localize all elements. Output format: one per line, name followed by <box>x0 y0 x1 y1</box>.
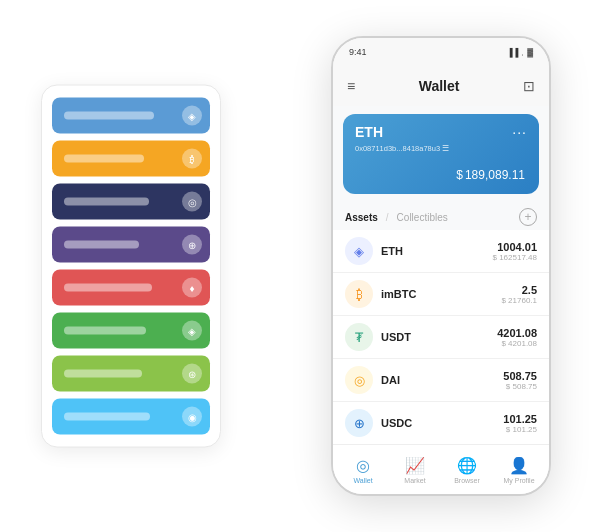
profile-nav-icon: 👤 <box>509 456 529 475</box>
market-nav-icon: 📈 <box>405 456 425 475</box>
card-stack: ◈ ₿ ◎ ⊕ ♦ ◈ ⊛ ◉ <box>41 85 221 448</box>
eth-amounts: 1004.01 $ 162517.48 <box>493 241 538 262</box>
usdt-name: USDT <box>381 331 497 343</box>
usdc-usd: $ 101.25 <box>503 425 537 434</box>
card-icon-1: ◈ <box>182 106 202 126</box>
imbtc-usd: $ 21760.1 <box>501 296 537 305</box>
assets-tabs: Assets / Collectibles <box>345 212 448 223</box>
usdt-amounts: 4201.08 $ 4201.08 <box>497 327 537 348</box>
card-icon-4: ⊕ <box>182 235 202 255</box>
eth-card-menu[interactable]: ··· <box>512 124 527 140</box>
eth-usd: $ 162517.48 <box>493 253 538 262</box>
card-line-2 <box>64 155 144 163</box>
card-line-8 <box>64 413 150 421</box>
expand-icon[interactable]: ⊡ <box>523 78 535 94</box>
nav-browser[interactable]: 🌐 Browser <box>441 456 493 484</box>
header-title: Wallet <box>419 78 460 94</box>
eth-amount: 1004.01 <box>493 241 538 253</box>
wallet-nav-icon: ◎ <box>356 456 370 475</box>
dai-usd: $ 508.75 <box>503 382 537 391</box>
asset-row-usdc[interactable]: ⊕ USDC 101.25 $ 101.25 <box>333 402 549 444</box>
usdt-amount: 4201.08 <box>497 327 537 339</box>
imbtc-amounts: 2.5 $ 21760.1 <box>501 284 537 305</box>
usdc-name: USDC <box>381 417 503 429</box>
eth-card-address: 0x08711d3b...8418a78u3 ☰ <box>355 144 527 153</box>
asset-row-imbtc[interactable]: ₿ imBTC 2.5 $ 21760.1 <box>333 273 549 316</box>
battery-icon: ▓ <box>527 48 533 57</box>
eth-name: ETH <box>381 245 493 257</box>
card-line-4 <box>64 241 139 249</box>
status-icons: ▌▌ ᷊ ▓ <box>510 47 533 57</box>
eth-card-balance: $189,089.11 <box>355 161 527 184</box>
assets-header: Assets / Collectibles + <box>333 202 549 230</box>
eth-card-header: ETH ··· <box>355 124 527 140</box>
usdc-icon: ⊕ <box>345 409 373 437</box>
usdt-usd: $ 4201.08 <box>497 339 537 348</box>
dai-amounts: 508.75 $ 508.75 <box>503 370 537 391</box>
eth-icon: ◈ <box>345 237 373 265</box>
card-item-1[interactable]: ◈ <box>52 98 210 134</box>
tab-assets[interactable]: Assets <box>345 212 378 223</box>
nav-market[interactable]: 📈 Market <box>389 456 441 484</box>
market-nav-label: Market <box>404 477 425 484</box>
card-line-6 <box>64 327 146 335</box>
balance-amount: 189,089.11 <box>465 168 525 182</box>
imbtc-icon: ₿ <box>345 280 373 308</box>
bottom-nav: ◎ Wallet 📈 Market 🌐 Browser 👤 My Profile <box>333 444 549 494</box>
menu-icon[interactable]: ≡ <box>347 78 355 94</box>
wallet-nav-label: Wallet <box>353 477 372 484</box>
card-icon-8: ◉ <box>182 407 202 427</box>
imbtc-amount: 2.5 <box>501 284 537 296</box>
card-item-4[interactable]: ⊕ <box>52 227 210 263</box>
imbtc-name: imBTC <box>381 288 501 300</box>
tab-collectibles[interactable]: Collectibles <box>397 212 448 223</box>
usdt-icon: ₮ <box>345 323 373 351</box>
profile-nav-label: My Profile <box>503 477 534 484</box>
card-item-2[interactable]: ₿ <box>52 141 210 177</box>
usdc-amount: 101.25 <box>503 413 537 425</box>
card-line-1 <box>64 112 154 120</box>
status-time: 9:41 <box>349 47 367 57</box>
usdc-amounts: 101.25 $ 101.25 <box>503 413 537 434</box>
scene: ◈ ₿ ◎ ⊕ ♦ ◈ ⊛ ◉ <box>21 16 581 516</box>
phone-header: ≡ Wallet ⊡ <box>333 66 549 106</box>
signal-icon: ▌▌ <box>510 48 521 57</box>
add-asset-button[interactable]: + <box>519 208 537 226</box>
currency-symbol: $ <box>456 168 463 182</box>
card-item-3[interactable]: ◎ <box>52 184 210 220</box>
asset-row-usdt[interactable]: ₮ USDT 4201.08 $ 4201.08 <box>333 316 549 359</box>
card-icon-5: ♦ <box>182 278 202 298</box>
asset-row-eth[interactable]: ◈ ETH 1004.01 $ 162517.48 <box>333 230 549 273</box>
asset-row-dai[interactable]: ◎ DAI 508.75 $ 508.75 <box>333 359 549 402</box>
card-icon-6: ◈ <box>182 321 202 341</box>
browser-nav-icon: 🌐 <box>457 456 477 475</box>
card-line-7 <box>64 370 142 378</box>
card-item-6[interactable]: ◈ <box>52 313 210 349</box>
assets-divider: / <box>386 212 389 223</box>
card-line-3 <box>64 198 149 206</box>
dai-icon: ◎ <box>345 366 373 394</box>
nav-wallet[interactable]: ◎ Wallet <box>337 456 389 484</box>
dai-name: DAI <box>381 374 503 386</box>
card-line-5 <box>64 284 152 292</box>
card-icon-3: ◎ <box>182 192 202 212</box>
phone-mockup: 9:41 ▌▌ ᷊ ▓ ≡ Wallet ⊡ ETH ··· 0x08711d3… <box>331 36 551 496</box>
status-bar: 9:41 ▌▌ ᷊ ▓ <box>333 38 549 66</box>
nav-profile[interactable]: 👤 My Profile <box>493 456 545 484</box>
eth-card-title: ETH <box>355 124 383 140</box>
phone-content: ETH ··· 0x08711d3b...8418a78u3 ☰ $189,08… <box>333 106 549 444</box>
browser-nav-label: Browser <box>454 477 480 484</box>
card-icon-7: ⊛ <box>182 364 202 384</box>
eth-card[interactable]: ETH ··· 0x08711d3b...8418a78u3 ☰ $189,08… <box>343 114 539 194</box>
dai-amount: 508.75 <box>503 370 537 382</box>
card-item-7[interactable]: ⊛ <box>52 356 210 392</box>
card-item-5[interactable]: ♦ <box>52 270 210 306</box>
card-icon-2: ₿ <box>182 149 202 169</box>
card-item-8[interactable]: ◉ <box>52 399 210 435</box>
